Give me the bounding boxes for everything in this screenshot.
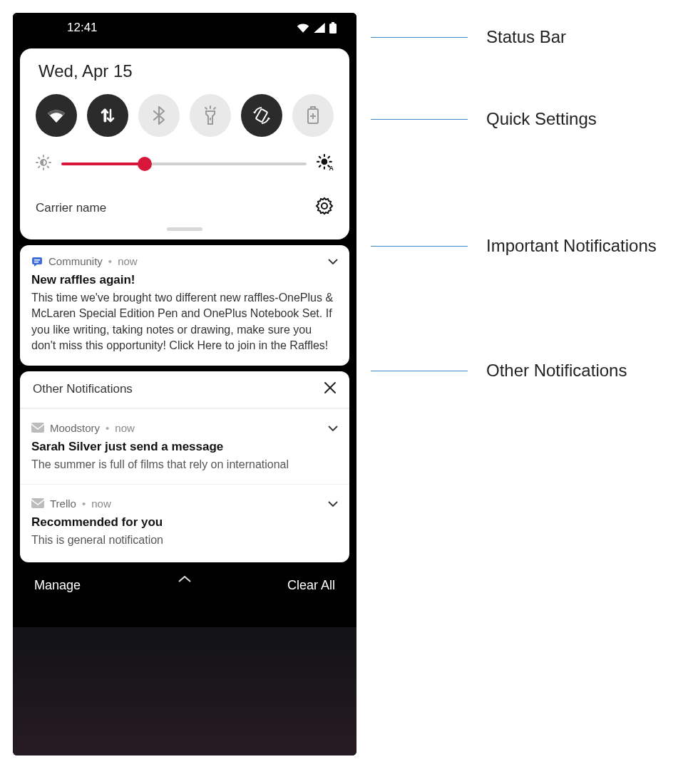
notification-title: Sarah Silver just send a message bbox=[20, 440, 349, 457]
svg-rect-6 bbox=[256, 109, 268, 123]
panel-drag-handle[interactable] bbox=[167, 227, 202, 231]
svg-line-4 bbox=[205, 108, 207, 109]
other-notification-item[interactable]: Trello • now Recommended for you This is… bbox=[20, 484, 349, 559]
svg-rect-8 bbox=[311, 107, 315, 109]
svg-line-18 bbox=[38, 167, 40, 168]
other-notifications-group: Other Notifications Moodstory • now Sara… bbox=[20, 371, 349, 563]
gear-icon bbox=[315, 197, 334, 215]
svg-rect-36 bbox=[31, 423, 44, 433]
annotation-line bbox=[371, 246, 468, 247]
quick-settings-date: Wed, Apr 15 bbox=[38, 61, 331, 81]
brightness-slider-row: A bbox=[34, 154, 335, 174]
notification-body: This is general notification bbox=[20, 532, 349, 559]
annotation-line bbox=[371, 119, 468, 120]
svg-rect-33 bbox=[34, 262, 38, 263]
expand-notification-button[interactable] bbox=[328, 497, 338, 510]
svg-line-19 bbox=[48, 158, 49, 159]
status-icon-tray bbox=[297, 22, 337, 33]
notification-app-name: Community bbox=[48, 255, 103, 267]
annotation-other: Other Notifications bbox=[486, 361, 627, 381]
svg-text:A: A bbox=[329, 165, 334, 171]
battery-saver-toggle[interactable] bbox=[292, 94, 334, 137]
clear-all-button[interactable]: Clear All bbox=[287, 578, 335, 593]
manage-button[interactable]: Manage bbox=[34, 578, 81, 593]
notification-time: now bbox=[115, 422, 135, 434]
mail-icon bbox=[31, 498, 44, 508]
quick-settings-panel: Wed, Apr 15 bbox=[20, 48, 349, 239]
close-icon bbox=[324, 381, 337, 394]
auto-rotate-toggle[interactable] bbox=[241, 94, 282, 137]
chevron-down-icon bbox=[328, 259, 338, 265]
expand-notification-button[interactable] bbox=[328, 422, 338, 434]
brightness-slider[interactable] bbox=[61, 163, 307, 165]
svg-line-25 bbox=[319, 157, 321, 158]
svg-rect-0 bbox=[329, 24, 337, 33]
notification-time: now bbox=[91, 497, 111, 510]
annotation-status-bar: Status Bar bbox=[486, 27, 566, 47]
annotation-important: Important Notifications bbox=[486, 236, 657, 256]
svg-point-20 bbox=[322, 159, 328, 165]
phone-frame: 12:41 Wed, Apr 15 bbox=[13, 13, 356, 755]
notification-body: The summer is full of films that rely on… bbox=[20, 457, 349, 484]
wifi-toggle[interactable] bbox=[36, 94, 77, 137]
notification-body: This time we've brought two different ne… bbox=[20, 290, 349, 366]
separator-dot: • bbox=[108, 255, 112, 267]
signal-icon bbox=[314, 23, 325, 33]
svg-line-27 bbox=[319, 165, 321, 167]
svg-line-16 bbox=[38, 158, 40, 159]
annotation-quick-settings: Quick Settings bbox=[486, 109, 597, 129]
battery-icon bbox=[329, 22, 337, 33]
other-notifications-heading: Other Notifications bbox=[33, 382, 133, 396]
chevron-down-icon bbox=[328, 425, 338, 432]
mail-icon bbox=[31, 423, 44, 433]
svg-rect-31 bbox=[32, 257, 42, 264]
annotation-line bbox=[371, 371, 468, 371]
annotation-line bbox=[371, 37, 468, 38]
notification-title: New raffles again! bbox=[20, 273, 349, 290]
svg-rect-37 bbox=[31, 498, 44, 508]
brightness-low-icon bbox=[36, 155, 51, 173]
notification-time: now bbox=[118, 255, 138, 267]
carrier-name: Carrier name bbox=[36, 201, 106, 215]
settings-button[interactable] bbox=[315, 197, 334, 219]
svg-rect-32 bbox=[34, 259, 40, 261]
bluetooth-toggle[interactable] bbox=[138, 94, 180, 137]
other-notification-item[interactable]: Moodstory • now Sarah Silver just send a… bbox=[20, 408, 349, 484]
svg-line-5 bbox=[214, 108, 215, 109]
dismiss-group-button[interactable] bbox=[324, 381, 337, 398]
notification-app-name: Trello bbox=[50, 497, 76, 510]
community-app-icon bbox=[31, 256, 43, 267]
brightness-auto-icon: A bbox=[317, 154, 334, 174]
status-bar: 12:41 bbox=[13, 13, 356, 43]
status-time: 12:41 bbox=[67, 21, 98, 35]
svg-line-28 bbox=[328, 157, 329, 158]
chevron-down-icon bbox=[328, 501, 338, 507]
notification-app-name: Moodstory bbox=[50, 422, 100, 434]
notification-footer: Manage Clear All bbox=[13, 568, 356, 599]
expand-handle[interactable] bbox=[178, 571, 191, 586]
important-notification[interactable]: Community • now New raffles again! This … bbox=[20, 245, 349, 366]
brightness-slider-fill bbox=[61, 163, 145, 165]
svg-rect-1 bbox=[332, 22, 334, 24]
svg-point-30 bbox=[322, 203, 327, 209]
notification-title: Recommended for you bbox=[20, 515, 349, 532]
wifi-icon bbox=[297, 23, 309, 33]
chevron-up-icon bbox=[178, 575, 191, 582]
brightness-slider-thumb[interactable] bbox=[138, 157, 152, 171]
quick-settings-tile-row bbox=[34, 94, 335, 137]
mobile-data-toggle[interactable] bbox=[87, 94, 128, 137]
home-row-backdrop bbox=[13, 627, 356, 755]
svg-line-17 bbox=[48, 167, 49, 168]
flashlight-toggle[interactable] bbox=[190, 94, 231, 137]
expand-notification-button[interactable] bbox=[328, 255, 338, 267]
